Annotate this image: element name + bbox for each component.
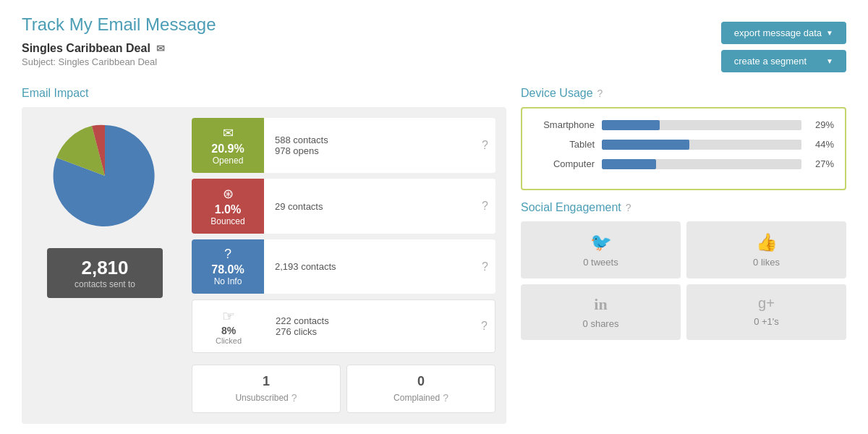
unsubscribed-number: 1 <box>201 374 331 389</box>
contacts-sent-box: 2,810 contacts sent to <box>47 248 163 298</box>
clicked-detail: 222 contacts276 clicks <box>265 300 474 352</box>
social-engagement-help-icon[interactable]: ? <box>626 202 631 213</box>
linkedin-count: 0 shares <box>583 318 619 329</box>
smartphone-bar-fill <box>602 120 660 130</box>
social-grid: 🐦 0 tweets 👍 0 likes in 0 shares g+ 0 +1… <box>521 221 846 340</box>
device-usage-title: Device Usage ? <box>521 87 846 100</box>
computer-bar-fill <box>602 159 656 169</box>
envelope-icon: ✉ <box>156 43 165 54</box>
smartphone-row: Smartphone 29% <box>533 119 834 130</box>
tablet-row: Tablet 44% <box>533 139 834 150</box>
complained-number: 0 <box>356 374 486 389</box>
caret-icon: ▼ <box>826 57 833 65</box>
tablet-pct: 44% <box>809 139 834 150</box>
smartphone-bar-track <box>602 120 801 130</box>
noinfo-metric-row: ? 78.0% No Info 2,193 contacts ? <box>192 239 495 294</box>
complained-help-icon[interactable]: ? <box>443 392 448 404</box>
envelope-open-icon: ✉ <box>223 125 234 141</box>
click-icon: ☞ <box>222 307 235 325</box>
create-segment-button[interactable]: create a segment ▼ <box>721 50 846 72</box>
computer-bar-track <box>602 159 801 169</box>
opened-help-icon[interactable]: ? <box>475 118 495 173</box>
complained-box: 0 Complained ? <box>346 365 495 413</box>
contacts-sent-label: contacts sent to <box>61 279 148 289</box>
export-message-data-button[interactable]: export message data ▼ <box>721 22 846 44</box>
google-plus-icon: g+ <box>758 295 775 312</box>
contacts-sent-number: 2,810 <box>61 257 148 279</box>
email-impact-box: 2,810 contacts sent to ✉ 20.9% Opened <box>22 107 506 424</box>
unsubscribed-box: 1 Unsubscribed ? <box>192 365 341 413</box>
metrics-area: ✉ 20.9% Opened 588 contacts978 opens ? ⊛ <box>192 118 495 413</box>
caret-icon: ▼ <box>826 29 833 37</box>
unsubscribed-label: Unsubscribed ? <box>201 392 331 404</box>
likes-card: 👍 0 likes <box>686 221 846 278</box>
device-usage-help-icon[interactable]: ? <box>597 88 603 99</box>
social-engagement-title: Social Engagement ? <box>521 201 846 214</box>
opened-detail: 588 contacts978 opens <box>264 118 475 173</box>
noinfo-detail: 2,193 contacts <box>264 239 475 294</box>
twitter-card: 🐦 0 tweets <box>521 221 681 278</box>
googleplus-card: g+ 0 +1's <box>686 284 846 340</box>
tablet-label: Tablet <box>533 139 595 150</box>
pie-chart <box>47 118 163 234</box>
tablet-bar-fill <box>602 140 689 150</box>
likes-count: 0 likes <box>753 257 780 268</box>
campaign-name: Singles Caribbean Deal ✉ <box>22 42 216 55</box>
clicked-help-icon[interactable]: ? <box>474 300 495 352</box>
bounced-help-icon[interactable]: ? <box>475 179 495 234</box>
bottom-metrics: 1 Unsubscribed ? 0 Complained ? <box>192 365 495 413</box>
unsubscribed-help-icon[interactable]: ? <box>292 392 297 404</box>
bounced-detail: 29 contacts <box>264 179 475 234</box>
computer-row: Computer 27% <box>533 158 834 169</box>
linkedin-icon: in <box>594 295 607 314</box>
smartphone-label: Smartphone <box>533 119 595 130</box>
twitter-count: 0 tweets <box>583 257 618 268</box>
computer-label: Computer <box>533 158 595 169</box>
campaign-subject: Subject: Singles Caribbean Deal <box>22 56 216 67</box>
question-icon: ? <box>224 247 231 262</box>
opened-label-box: ✉ 20.9% Opened <box>192 118 264 173</box>
smartphone-pct: 29% <box>809 119 834 130</box>
twitter-icon: 🐦 <box>590 232 612 252</box>
opened-metric-row: ✉ 20.9% Opened 588 contacts978 opens ? <box>192 118 495 173</box>
clicked-label-box: ☞ 8% Clicked <box>192 300 265 352</box>
device-usage-box: Smartphone 29% Tablet 44% Computer <box>521 107 846 190</box>
bounced-label-box: ⊛ 1.0% Bounced <box>192 179 264 234</box>
email-impact-title: Email Impact <box>22 87 506 100</box>
noinfo-help-icon[interactable]: ? <box>475 239 495 294</box>
thumbs-up-icon: 👍 <box>756 232 778 252</box>
clicked-metric-row: ☞ 8% Clicked 222 contacts276 clicks ? <box>192 299 495 353</box>
chart-area: 2,810 contacts sent to <box>33 118 177 413</box>
googleplus-count: 0 +1's <box>754 316 779 327</box>
bounce-icon: ⊛ <box>223 186 234 202</box>
tablet-bar-track <box>602 140 801 150</box>
noinfo-label-box: ? 78.0% No Info <box>192 239 264 294</box>
complained-label: Complained ? <box>356 392 486 404</box>
computer-pct: 27% <box>809 158 834 169</box>
page-title: Track My Email Message <box>22 14 216 35</box>
bounced-metric-row: ⊛ 1.0% Bounced 29 contacts ? <box>192 179 495 234</box>
linkedin-card: in 0 shares <box>521 284 681 340</box>
